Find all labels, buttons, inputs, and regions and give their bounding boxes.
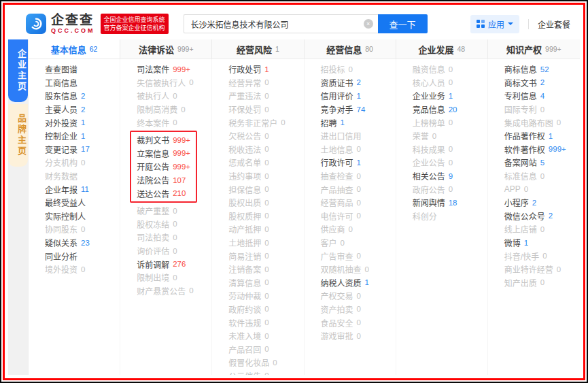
list-item[interactable]: 控制企业1 xyxy=(45,129,120,143)
list-item[interactable]: 产品召回0 xyxy=(228,342,303,356)
list-item[interactable]: 劳动仲裁0 xyxy=(228,289,303,303)
list-item[interactable]: 抽查检查0 xyxy=(321,169,396,183)
list-item[interactable]: 商标文书2 xyxy=(504,76,580,90)
list-item[interactable]: 境外投资0 xyxy=(45,263,120,276)
list-item[interactable]: 清算信息0 xyxy=(228,276,303,290)
list-item[interactable]: 微信公众号2 xyxy=(504,210,580,223)
tab-legal[interactable]: 法律诉讼999+ xyxy=(120,39,212,59)
clear-search-icon[interactable]: × xyxy=(364,19,373,29)
list-item[interactable]: 对外投资1 xyxy=(45,116,120,129)
list-item[interactable]: 变更记录17 xyxy=(45,143,120,156)
list-item[interactable]: 土地抵押0 xyxy=(228,236,303,250)
list-item[interactable]: 信用评价1 xyxy=(321,89,396,103)
list-item[interactable]: 分支机构0 xyxy=(45,156,120,169)
list-item[interactable]: 财务数据 xyxy=(45,169,120,183)
list-item[interactable]: 司法案件999+ xyxy=(137,63,211,76)
list-item[interactable]: 实际控制人 xyxy=(45,210,120,223)
list-item[interactable]: 进出口信用 xyxy=(321,129,396,143)
list-item[interactable]: 知产出质0 xyxy=(504,276,580,290)
apps-menu-button[interactable]: 应用 xyxy=(470,15,519,33)
list-item[interactable]: 简易注销0 xyxy=(228,249,303,263)
list-item[interactable]: 客户0 xyxy=(321,236,396,250)
list-item[interactable]: 企业公告0 xyxy=(413,156,487,169)
list-item[interactable]: 微博1 xyxy=(504,236,580,250)
list-item[interactable]: 新闻舆情18 xyxy=(413,196,487,210)
list-item[interactable]: 查查图谱 xyxy=(45,63,120,76)
list-item[interactable]: 商标信息52 xyxy=(504,63,580,76)
list-item[interactable]: 企业业务1 xyxy=(413,89,487,103)
list-item[interactable]: 同业分析 xyxy=(45,249,120,263)
list-item[interactable]: 协同股东0 xyxy=(45,222,120,236)
list-item[interactable]: 主要人员2 xyxy=(45,103,120,116)
list-item[interactable]: 食品安全0 xyxy=(321,316,396,329)
list-item[interactable]: 竞品信息20 xyxy=(413,103,487,116)
list-item[interactable]: 限制出境0 xyxy=(137,271,211,284)
list-item[interactable]: 限制高消费0 xyxy=(137,103,211,116)
enterprise-package-link[interactable]: 企业套餐 xyxy=(538,18,570,30)
list-item[interactable]: 线上店铺0 xyxy=(504,222,580,236)
list-item[interactable]: 税收违法0 xyxy=(228,143,303,156)
list-item[interactable]: 政府约谈0 xyxy=(228,303,303,316)
list-item[interactable]: 资产拍卖0 xyxy=(321,303,396,316)
qcc-logo[interactable]: 企查查 QCC.COM 全国企业信用查询系统 官方备案企业征信机构 xyxy=(26,14,169,34)
list-item[interactable]: 上榜榜单0 xyxy=(413,116,487,129)
list-item[interactable]: 集成电路布图0 xyxy=(504,116,580,129)
list-item[interactable]: 严重违法0 xyxy=(228,89,303,103)
list-item[interactable]: 核心人员0 xyxy=(413,76,487,90)
list-item[interactable]: 国际专利0 xyxy=(504,103,580,116)
list-item[interactable]: 股权冻结0 xyxy=(137,218,211,231)
tab-development[interactable]: 企业发展48 xyxy=(396,39,488,59)
list-item[interactable]: 招投标0 xyxy=(321,63,396,76)
list-item[interactable]: 企业年报11 xyxy=(45,182,120,196)
list-item[interactable]: 税务非正常户0 xyxy=(228,116,303,129)
list-item[interactable]: 土地信息0 xyxy=(321,143,396,156)
list-item[interactable]: 注销备案0 xyxy=(228,263,303,276)
list-item[interactable]: 融资信息0 xyxy=(413,63,487,76)
list-item[interactable]: 竞争对手74 xyxy=(321,103,396,116)
list-item[interactable]: 股权出质0 xyxy=(228,196,303,210)
list-item[interactable]: 环保处罚0 xyxy=(228,103,303,116)
list-item[interactable]: 最终受益人 xyxy=(45,196,120,210)
list-item[interactable]: 科技成果0 xyxy=(413,143,487,156)
list-item[interactable]: 科创分 xyxy=(413,210,487,223)
list-item[interactable]: 违约事项0 xyxy=(228,169,303,183)
list-item[interactable]: 相关公告9 xyxy=(413,169,487,183)
list-item[interactable]: 标准信息0 xyxy=(504,169,580,183)
list-item[interactable]: 经营异常0 xyxy=(228,76,303,90)
list-item[interactable]: 经营商品0 xyxy=(321,196,396,210)
list-item[interactable]: 产品抽查0 xyxy=(321,182,396,196)
list-item[interactable]: 裁判文书999+ xyxy=(137,133,190,147)
list-item[interactable]: 诉前调解276 xyxy=(137,257,211,271)
list-item[interactable]: 商业特许经营0 xyxy=(504,263,580,276)
list-item[interactable]: 抖音/快手0 xyxy=(504,249,580,263)
list-item[interactable]: 立案信息999+ xyxy=(137,147,190,161)
list-item[interactable]: 资质证书2 xyxy=(321,76,396,90)
list-item[interactable]: 送达公告210 xyxy=(137,186,190,200)
list-item[interactable]: 行政处罚1 xyxy=(228,63,303,76)
list-item[interactable]: 被执行人0 xyxy=(137,89,211,103)
list-item[interactable]: 失信被执行人0 xyxy=(137,76,211,90)
list-item[interactable]: APP0 xyxy=(504,182,580,196)
list-item[interactable]: 专利信息4 xyxy=(504,89,580,103)
list-item[interactable]: 询价评估0 xyxy=(137,244,211,258)
list-item[interactable]: 开庭公告999+ xyxy=(137,160,190,173)
list-item[interactable]: 疑似关系23 xyxy=(45,236,120,250)
list-item[interactable]: 招聘1 xyxy=(321,116,396,129)
list-item[interactable]: 动产抵押0 xyxy=(228,222,303,236)
tab-ip[interactable]: 知识产权999+ xyxy=(488,39,580,59)
list-item[interactable]: 假冒化妆品0 xyxy=(228,356,303,369)
list-item[interactable]: 软件著作权999+ xyxy=(504,143,580,156)
list-item[interactable]: 政府公告0 xyxy=(413,182,487,196)
list-item[interactable]: 破产重整0 xyxy=(137,204,211,218)
list-item[interactable]: 产权交易0 xyxy=(321,289,396,303)
list-item[interactable]: 电信许可0 xyxy=(321,210,396,223)
list-item[interactable]: 未准入境0 xyxy=(228,329,303,343)
search-input[interactable] xyxy=(184,14,378,33)
list-item[interactable]: 荣誉0 xyxy=(413,129,487,143)
list-item[interactable]: 法院公告107 xyxy=(137,173,190,187)
list-item[interactable]: 股权质押0 xyxy=(228,210,303,223)
list-item[interactable]: 供应商0 xyxy=(321,222,396,236)
list-item[interactable]: 行政许可1 xyxy=(321,156,396,169)
list-item[interactable]: 小程序2 xyxy=(504,196,580,210)
list-item[interactable]: 游戏审批0 xyxy=(321,329,396,343)
